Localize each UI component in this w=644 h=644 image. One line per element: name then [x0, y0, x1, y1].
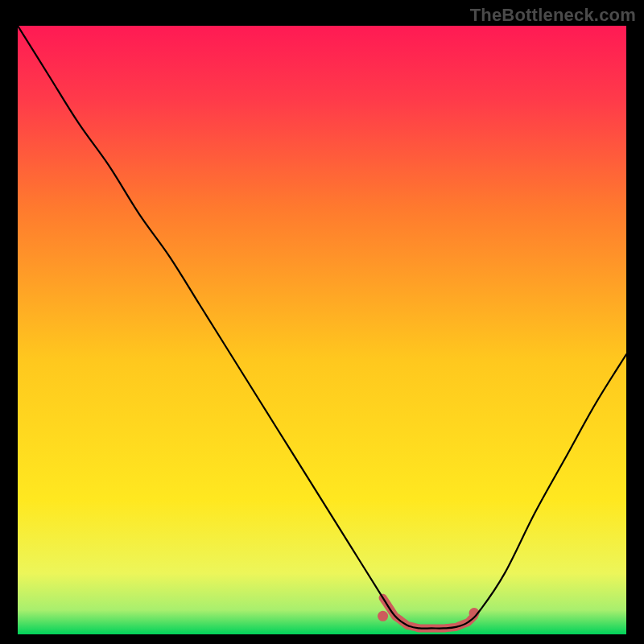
chart-container: TheBottleneck.com	[0, 0, 644, 644]
chart-svg	[18, 26, 626, 634]
optimum-marker	[378, 611, 388, 621]
watermark-label: TheBottleneck.com	[470, 5, 636, 26]
chart-plot-area	[18, 26, 626, 634]
gradient-background	[18, 26, 626, 634]
